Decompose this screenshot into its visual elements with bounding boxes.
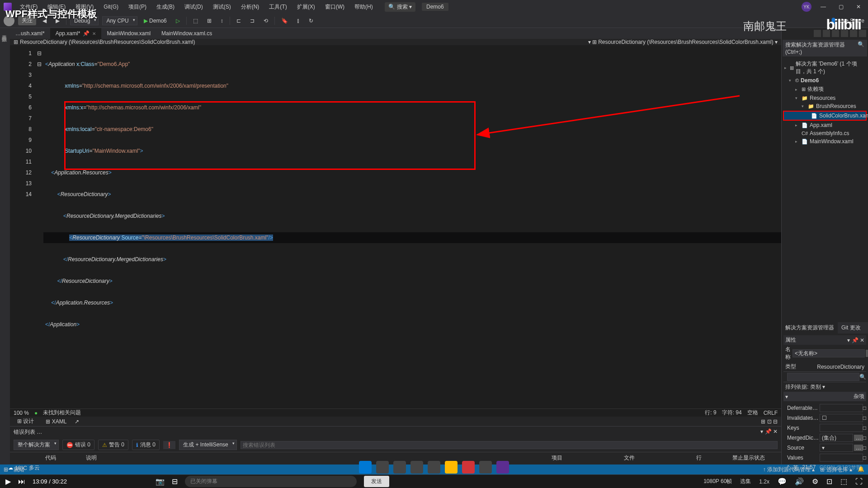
titlebar-search[interactable]: 🔍搜索 ▾ [385,2,415,12]
subtitle-icon[interactable]: 💬 [778,477,787,486]
tab-solidcolorbrush[interactable]: …ush.xaml* [10,28,50,39]
taskbar-weather[interactable]: ☁ 18°C 多云 [8,464,40,472]
settings-icon[interactable]: ⚙ [812,477,818,486]
tab-mainwindow-xaml[interactable]: MainWindow.xaml [101,28,156,39]
menu-debug[interactable]: 调试(D) [183,2,205,12]
error-scope-dropdown[interactable]: 整个解决方案 [14,440,59,450]
close-icon[interactable]: ✕ [773,428,778,435]
tree-mainwindow: ▸📄MainWindow.xaml [783,137,867,145]
system-tray[interactable]: ^英21:57CSDN @123梦野 [787,464,862,472]
menu-test[interactable]: 测试(S) [211,2,233,12]
error-search-input[interactable] [241,441,778,449]
code-editor[interactable]: 1234567891011121314 ⊟⊟ <Application x:Cl… [10,45,781,408]
fold-gutter[interactable]: ⊟⊟ [37,45,43,408]
properties-title: 属性 [785,336,796,344]
tree-project: ▾©Demo6 [783,76,867,84]
fullscreen-icon[interactable]: ⛶ [855,478,863,486]
prop-search-input[interactable] [787,373,859,381]
watermark-author: 南邮鬼王 [743,19,787,33]
minimize-button[interactable]: — [817,2,830,12]
solution-tree[interactable]: ▸⊞解决方案 'Demo6' (1 个项目，共 1 个) ▾©Demo6 ▸⊞依… [782,57,868,322]
warning-count[interactable]: ⚠警告 0 [98,440,128,450]
speed-button[interactable]: 1.2x [759,479,769,485]
project-name-tag[interactable]: Demo6 [422,3,448,11]
solution-search[interactable]: 搜索解决方案资源管理器(Ctrl+;)🔍 [783,40,867,56]
breadcrumb[interactable]: ⊞ResourceDictionary (\Resources\BrushRes… [10,39,781,45]
code-content[interactable]: <Application x:Class="Demo6.App" xmlns="… [43,45,781,408]
ellipsis-button[interactable]: … [854,445,863,451]
close-icon[interactable]: ✕ [92,31,96,36]
user-avatar[interactable]: YK [802,2,811,12]
watermark-bilibili: bilibili [826,16,861,33]
ellipsis-button[interactable]: … [854,435,863,441]
toolbar-icon[interactable]: ↕ [218,16,226,25]
tab-xaml[interactable]: ⊞ XAML [42,418,70,426]
volume-icon[interactable]: 🔊 [795,477,804,486]
tab-git-changes[interactable]: Git 更改 [838,322,864,333]
toolbar-icon[interactable]: ⊏ [234,16,244,25]
danmu-input[interactable]: 已关闭弹幕 [185,476,357,487]
menu-analyze[interactable]: 分析(N) [239,2,261,12]
toolbar-icon[interactable]: 🔖 [278,16,291,25]
app-icon[interactable] [410,461,423,474]
dropdown-icon[interactable]: ▾ [760,428,763,435]
play-button[interactable]: ▶ [5,477,11,486]
error-count[interactable]: ⛔错误 0 [62,440,94,450]
start-debug-button[interactable]: ▶ Demo6 [141,16,170,25]
prop-row: DeferrableC…□ [783,403,866,413]
widescreen-icon[interactable]: ⬚ [840,477,847,486]
message-count[interactable]: ℹ消息 0 [132,440,160,450]
close-button[interactable]: ✕ [853,2,864,12]
split-icon[interactable]: ⊞ ⊡ ⊟ [761,418,778,425]
prop-action-icon[interactable]: ⚡ [866,350,868,357]
next-button[interactable]: ⏭ [18,478,25,486]
pin-icon[interactable]: 📌 [83,30,90,37]
error-filter-button[interactable]: ❗ [163,441,175,449]
toolbar-icon[interactable]: ⊞ [204,16,214,25]
platform-dropdown[interactable]: Any CPU [102,16,137,25]
menu-tools[interactable]: 工具(T) [267,2,288,12]
left-dock-tabs[interactable]: 工具箱 数据源 [0,28,10,465]
powerpoint-icon[interactable] [462,461,475,474]
menu-help[interactable]: 帮助(H) [353,2,375,12]
app-icon[interactable] [479,461,492,474]
menu-build[interactable]: 生成(B) [155,2,176,12]
vs-icon[interactable] [496,461,509,474]
toolbar-icon[interactable]: ⫿ [294,16,302,25]
toolbar-icon[interactable]: ⬚ [190,16,201,25]
quality-button[interactable]: 1080P 60帧 [703,478,732,485]
popout-icon[interactable]: ↗ [75,418,79,425]
designer-tabs: ⊞ 设计 ⊞ XAML ↗ ⊞ ⊡ ⊟ [10,417,781,426]
tab-design[interactable]: ⊞ 设计 [14,417,38,426]
tab-app-xaml[interactable]: App.xaml*📌✕ [50,28,102,39]
annotation-box-file: 📄SolidColorBrush.xaml [783,111,867,121]
menu-window[interactable]: 窗口(W) [323,2,346,12]
prop-sort[interactable]: 排列依据: 类别 ▾ [785,383,825,391]
tab-solution-explorer[interactable]: 解决方案资源管理器 [782,322,838,333]
pin-icon[interactable]: 📌 [765,428,772,435]
app-icon[interactable] [428,461,440,474]
menu-git[interactable]: Git(G) [102,3,120,11]
episodes-button[interactable]: 选集 [740,478,751,485]
error-source-dropdown[interactable]: 生成 + IntelliSense [179,440,237,450]
prop-name-input[interactable] [793,349,865,357]
toolbar-icon[interactable]: ↻ [306,16,316,25]
menu-extensions[interactable]: 扩展(X) [295,2,317,12]
menu-project[interactable]: 项目(P) [127,2,148,12]
start-icon[interactable] [359,461,372,474]
camera-icon[interactable]: 📷 [156,477,165,486]
danmu-toggle-icon[interactable]: ⊟ [172,477,178,486]
taskview-icon[interactable] [393,461,406,474]
toolbar-icon[interactable]: ⟲ [261,16,271,25]
maximize-button[interactable]: ▢ [835,2,847,12]
toolbar-icon[interactable]: ⊐ [247,16,257,25]
home-icon[interactable] [814,30,821,37]
pip-icon[interactable]: ⊡ [826,477,832,486]
explorer-icon[interactable] [445,461,458,474]
start-nodebug-button[interactable]: ▷ [173,16,183,25]
prop-row: MergedDicti…(集合)…□ [783,433,866,443]
search-icon[interactable] [376,461,389,474]
tab-mainwindow-cs[interactable]: MainWindow.xaml.cs [156,28,217,39]
search-icon[interactable]: 🔍 [859,374,866,380]
send-button[interactable]: 发送 [364,476,389,487]
